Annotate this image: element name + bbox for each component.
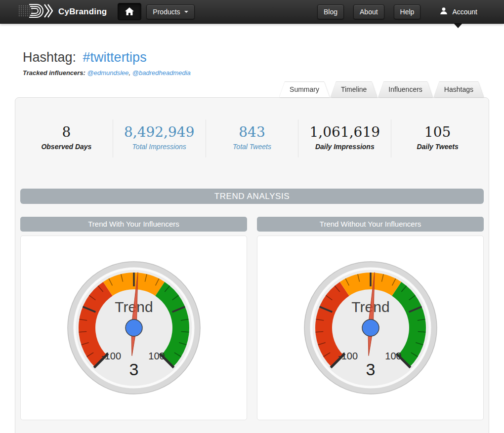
stat-value: 843 bbox=[206, 123, 298, 141]
nav-help-button[interactable]: Help bbox=[394, 4, 421, 19]
gauge-value: 3 bbox=[129, 360, 138, 379]
stat-total-impressions: 8,492,949 Total Impressions bbox=[113, 119, 206, 157]
nav-about-button[interactable]: About bbox=[353, 4, 384, 19]
stat-value: 1,061,619 bbox=[298, 123, 391, 141]
account-menu[interactable]: Account bbox=[440, 7, 477, 16]
products-label: Products bbox=[153, 8, 180, 16]
influencer-link-2[interactable]: @badredheadmedia bbox=[132, 69, 191, 77]
stat-label: Total Impressions bbox=[113, 143, 206, 151]
stat-observed-days: 8 Observed Days bbox=[20, 119, 113, 157]
stat-daily-impressions: 1,061,619 Daily Impressions bbox=[298, 119, 391, 157]
navbar: CyBranding Products Blog About Help Acco… bbox=[0, 0, 504, 24]
tab-influencers[interactable]: Influencers bbox=[378, 82, 432, 97]
gauge-column-without-influencers: Trend Without Your Influencers Trend -10… bbox=[257, 217, 484, 420]
tracked-label: Tracked influencers: bbox=[23, 69, 85, 77]
gauge-card: Trend -100 100 3 bbox=[257, 236, 484, 420]
tab-hashtags[interactable]: Hashtags bbox=[434, 82, 484, 97]
hashtag-link[interactable]: #twittertips bbox=[83, 50, 147, 65]
gauge-hub bbox=[362, 319, 379, 336]
tracked-influencers: Tracked influencers: @edmundslee, @badre… bbox=[23, 69, 481, 77]
gauge-max-label: 100 bbox=[148, 351, 165, 361]
user-icon bbox=[440, 7, 448, 16]
nav-blog-button[interactable]: Blog bbox=[317, 4, 344, 19]
home-icon bbox=[125, 9, 134, 17]
account-label: Account bbox=[452, 8, 477, 16]
stat-label: Daily Tweets bbox=[391, 143, 484, 151]
trend-gauge-with-influencers: Trend -100 100 3 bbox=[65, 259, 203, 397]
gauge-min-label: -100 bbox=[101, 351, 121, 361]
stat-label: Daily Impressions bbox=[298, 143, 391, 151]
stat-value: 8 bbox=[20, 123, 113, 141]
page-header: Hashtag: #twittertips Tracked influencer… bbox=[23, 50, 481, 77]
cybranding-logo-icon bbox=[17, 1, 54, 22]
gauge-hub bbox=[126, 319, 142, 336]
home-button[interactable] bbox=[118, 3, 141, 20]
navbar-right: Blog About Help Account bbox=[317, 4, 477, 19]
stat-value: 105 bbox=[391, 123, 484, 141]
influencer-separator: , bbox=[129, 69, 132, 77]
summary-panel: 8 Observed Days 8,492,949 Total Impressi… bbox=[15, 97, 489, 433]
stat-label: Total Tweets bbox=[206, 143, 298, 151]
gauge-header-with: Trend With Your Influencers bbox=[20, 217, 247, 232]
gauge-max-label: 100 bbox=[385, 351, 401, 361]
stats-row: 8 Observed Days 8,492,949 Total Impressi… bbox=[20, 98, 484, 157]
title-prefix: Hashtag: bbox=[23, 50, 76, 65]
caret-down-icon bbox=[184, 11, 188, 13]
tab-summary[interactable]: Summary bbox=[279, 82, 330, 97]
stat-label: Observed Days bbox=[20, 143, 113, 151]
gauge-min-label: -100 bbox=[337, 351, 357, 361]
trend-gauge-without-influencers: Trend -100 100 3 bbox=[301, 259, 440, 397]
stat-daily-tweets: 105 Daily Tweets bbox=[391, 119, 484, 157]
gauge-columns: Trend With Your Influencers Trend -100 1… bbox=[20, 217, 484, 420]
products-menu-button[interactable]: Products bbox=[146, 4, 194, 19]
gauge-column-with-influencers: Trend With Your Influencers Trend -100 1… bbox=[20, 217, 247, 420]
navbar-popover-arrow bbox=[454, 23, 462, 28]
stat-value: 8,492,949 bbox=[113, 123, 206, 141]
page-title: Hashtag: #twittertips bbox=[23, 50, 481, 65]
brand-name: CyBranding bbox=[58, 7, 107, 17]
gauge-header-without: Trend Without Your Influencers bbox=[257, 217, 484, 232]
trend-analysis-header: TREND ANALYSIS bbox=[20, 189, 484, 204]
gauge-card: Trend -100 100 3 bbox=[20, 236, 247, 420]
influencer-link-1[interactable]: @edmundslee bbox=[87, 69, 129, 77]
stat-total-tweets: 843 Total Tweets bbox=[206, 119, 298, 157]
tab-timeline[interactable]: Timeline bbox=[331, 82, 377, 97]
brand-logo[interactable]: CyBranding bbox=[17, 1, 107, 22]
tab-bar: Summary Timeline Influencers Hashtags bbox=[0, 82, 484, 97]
gauge-value: 3 bbox=[366, 360, 375, 379]
